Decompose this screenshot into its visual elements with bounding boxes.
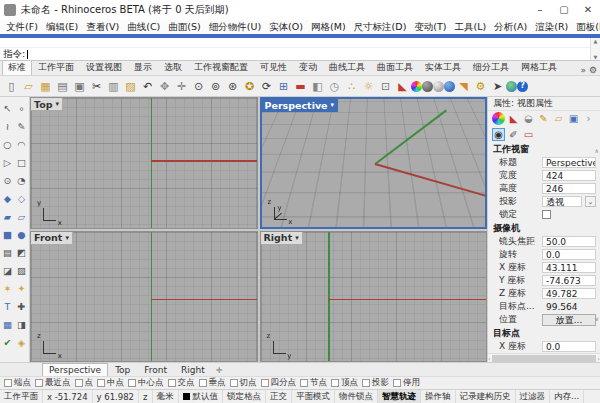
status-item[interactable]: z xyxy=(139,390,152,403)
trim-icon[interactable]: ◨ xyxy=(15,315,29,333)
gears-icon[interactable]: ⚙ xyxy=(472,78,489,95)
arc-icon[interactable]: ◠ xyxy=(15,135,29,153)
property-value[interactable]: -74.673 xyxy=(542,275,596,286)
osnap-toggle[interactable]: 交点 xyxy=(168,377,195,389)
extrude-icon[interactable]: ▤ xyxy=(1,243,15,261)
toolbar-tab[interactable]: 标准 xyxy=(2,59,32,75)
viewport-title-top[interactable]: Top ▾ xyxy=(31,98,63,111)
panel-horizontal-scrollbar[interactable]: ‹ › xyxy=(488,353,600,362)
osnap-toggle[interactable]: 停用 xyxy=(393,377,420,389)
toolbar-tab[interactable]: 选取 xyxy=(158,59,188,75)
dropdown-arrow-icon[interactable]: ⌄ xyxy=(585,196,596,207)
osnap-toggle[interactable]: 中点 xyxy=(97,377,124,389)
surface-icon[interactable]: ◆ xyxy=(1,189,15,207)
viewport-tab[interactable]: Perspective xyxy=(42,363,108,376)
status-item[interactable]: 物件锁点 xyxy=(335,390,378,403)
print-icon[interactable]: ▤ xyxy=(54,78,71,95)
move-icon[interactable]: ✛ xyxy=(173,78,190,95)
status-item[interactable]: 默认值 xyxy=(179,390,224,403)
chevron-down-icon[interactable]: ▾ xyxy=(331,101,335,109)
zoom-selected-icon[interactable]: ⊛ xyxy=(224,78,241,95)
osnap-toggle[interactable]: 顶点 xyxy=(331,377,358,389)
viewport-tab[interactable]: Right xyxy=(174,363,212,376)
checkbox[interactable] xyxy=(4,379,12,387)
osnap-toggle[interactable]: 端点 xyxy=(4,377,31,389)
status-item[interactable]: x -51.724 xyxy=(43,390,93,403)
zoom-icon[interactable]: ⊙ xyxy=(190,78,207,95)
rectangle-icon[interactable]: □ xyxy=(15,153,29,171)
status-item[interactable]: 毫米 xyxy=(153,390,179,403)
paste-icon[interactable]: ▨ xyxy=(122,78,139,95)
status-item[interactable]: y 61.982 xyxy=(93,390,139,403)
dimension-icon[interactable]: ▣ xyxy=(567,112,580,125)
osnap-toggle[interactable]: 切点 xyxy=(230,377,257,389)
toolbar-tab[interactable]: 设置视图 xyxy=(80,59,128,75)
folder-icon[interactable]: ▱ xyxy=(552,112,565,125)
earth-icon[interactable] xyxy=(506,81,517,92)
osnap-toggle[interactable]: 最近点 xyxy=(35,377,71,389)
osnap-toggle[interactable]: 投影 xyxy=(362,377,389,389)
menu-item[interactable]: 曲面(S) xyxy=(164,21,204,34)
zoom-window-icon[interactable]: ⊚ xyxy=(207,78,224,95)
lamp-icon[interactable]: ☼ xyxy=(360,78,377,95)
checkbox[interactable] xyxy=(97,379,105,387)
command-history[interactable] xyxy=(0,38,600,48)
menu-item[interactable]: 实体(O) xyxy=(265,21,307,34)
osnap-toggle[interactable]: 点 xyxy=(75,377,94,389)
surface-corner-icon[interactable]: ◇ xyxy=(15,189,29,207)
toolbar-tab[interactable]: 网格工具 xyxy=(515,59,563,75)
explode-icon[interactable]: ✶ xyxy=(1,279,15,297)
display-rect-icon[interactable]: ▭ xyxy=(522,128,535,141)
overflow-chevron-icon[interactable]: » xyxy=(580,65,586,75)
flag-icon[interactable]: ◥ xyxy=(455,78,472,95)
fillet-icon[interactable]: ✦ xyxy=(15,279,29,297)
sphere-icon[interactable]: ● xyxy=(15,225,29,243)
checkbox[interactable] xyxy=(331,379,339,387)
toolbar-tab[interactable]: 工作平面 xyxy=(32,59,80,75)
status-item[interactable]: 过滤器 xyxy=(516,390,551,403)
toolbar-tab[interactable]: 变动 xyxy=(293,59,323,75)
toolbar-tab[interactable]: 显示 xyxy=(128,59,158,75)
sketch-icon[interactable]: ✎ xyxy=(15,117,29,135)
property-value[interactable]: 0.0 xyxy=(542,249,596,260)
check-icon[interactable]: ✔ xyxy=(1,333,15,351)
sphere-gray-icon[interactable] xyxy=(433,81,444,92)
revolve-icon[interactable]: ◪ xyxy=(1,261,15,279)
toolbar-tab[interactable]: 工作视窗配置 xyxy=(188,59,254,75)
circle-icon[interactable]: ○ xyxy=(1,135,15,153)
sphere-dark-icon[interactable] xyxy=(422,81,433,92)
status-item[interactable]: 锁定格点 xyxy=(223,390,266,403)
point-icon[interactable]: ∘ xyxy=(15,99,29,117)
toolbar-tab[interactable]: 曲线工具 xyxy=(323,59,371,75)
checkbox[interactable] xyxy=(300,379,308,387)
material-icon[interactable]: ◒ xyxy=(522,112,535,125)
toolbar-tab[interactable]: 细分工具 xyxy=(467,59,515,75)
curve-icon[interactable]: ≀ xyxy=(1,117,15,135)
new-file-icon[interactable]: ▯ xyxy=(3,78,20,95)
osnap-toggle[interactable]: 中心点 xyxy=(128,377,164,389)
property-value[interactable]: 246 xyxy=(542,183,596,194)
minimize-icon[interactable]: – xyxy=(528,0,552,20)
sphere-blue-icon[interactable] xyxy=(444,81,455,92)
command-input[interactable]: 指令: xyxy=(0,48,600,60)
status-item[interactable]: 操作轴 xyxy=(421,390,456,403)
spray-icon[interactable]: ✐ xyxy=(507,128,520,141)
toolbar-tab[interactable]: 实体工具 xyxy=(419,59,467,75)
camera-icon[interactable]: ◉ xyxy=(492,128,505,141)
select-arrow-icon[interactable]: ➤ xyxy=(489,78,506,95)
property-value[interactable]: 43.111 xyxy=(542,262,596,273)
chevron-right-icon[interactable]: › xyxy=(582,112,595,125)
loft-icon[interactable]: ▱ xyxy=(15,207,29,225)
checkbox[interactable] xyxy=(393,379,401,387)
scroll-left-icon[interactable]: ‹ xyxy=(488,355,490,362)
osnap-toggle[interactable]: 节点 xyxy=(300,377,327,389)
points-on-icon[interactable]: ✚ xyxy=(15,297,29,315)
status-item[interactable]: 内存... xyxy=(550,390,584,403)
scroll-down-icon[interactable]: ▼ xyxy=(594,54,598,60)
checkbox[interactable] xyxy=(542,210,551,219)
undo-icon[interactable]: ↶ xyxy=(139,78,156,95)
viewport-title-front[interactable]: Front ▾ xyxy=(31,232,73,245)
property-value[interactable]: Perspective xyxy=(542,157,596,168)
properties-icon[interactable]: ▣ xyxy=(71,78,88,95)
checkbox[interactable] xyxy=(128,379,136,387)
